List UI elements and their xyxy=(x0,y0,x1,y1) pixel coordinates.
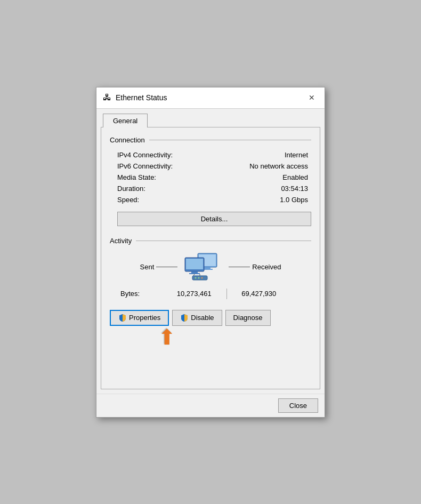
shield-icon xyxy=(118,314,127,322)
connection-table: IPv4 Connectivity: Internet IPv6 Connect… xyxy=(110,149,311,205)
media-state-label: Media State: xyxy=(110,172,221,183)
ipv6-label: IPv6 Connectivity: xyxy=(110,161,221,172)
svg-point-10 xyxy=(198,277,200,278)
sent-label: Sent xyxy=(140,263,155,271)
sent-line xyxy=(156,267,177,267)
activity-section: Activity Sent xyxy=(110,237,311,301)
close-window-button[interactable]: ✕ xyxy=(305,91,318,104)
received-line xyxy=(229,267,250,267)
close-button[interactable]: Close xyxy=(278,398,318,413)
table-row: IPv6 Connectivity: No network access xyxy=(110,161,311,172)
bytes-row: Bytes: 10,273,461 69,427,930 xyxy=(110,289,311,299)
network-icon: 🖧 xyxy=(103,93,111,102)
svg-rect-8 xyxy=(192,276,207,280)
speed-value: 1.0 Gbps xyxy=(221,194,311,205)
diagnose-label: Diagnose xyxy=(233,314,263,322)
ipv4-label: IPv4 Connectivity: xyxy=(110,149,221,161)
activity-section-header: Activity xyxy=(110,237,311,245)
diagnose-button[interactable]: Diagnose xyxy=(225,310,271,326)
svg-rect-5 xyxy=(186,259,203,269)
arrow-icon: ⬇ xyxy=(158,326,176,347)
bytes-sent-value: 10,273,461 xyxy=(166,290,222,298)
activity-divider xyxy=(136,241,311,241)
details-button[interactable]: Details... xyxy=(117,212,311,226)
speed-label: Speed: xyxy=(110,194,221,205)
arrow-indicator: ⬇ xyxy=(110,326,311,347)
table-row: Duration: 03:54:13 xyxy=(110,183,311,194)
connection-label: Connection xyxy=(110,136,145,144)
table-row: IPv4 Connectivity: Internet xyxy=(110,149,311,161)
action-buttons: Properties Disable Diagnose xyxy=(110,310,311,328)
bytes-received-value: 69,427,930 xyxy=(231,290,287,298)
properties-label: Properties xyxy=(129,314,160,322)
computer-network-icon xyxy=(182,251,224,283)
ipv6-value: No network access xyxy=(221,161,311,172)
svg-point-9 xyxy=(195,277,197,278)
activity-visual: Sent xyxy=(110,251,311,283)
tab-bar: General xyxy=(96,109,325,127)
shield-icon-disable xyxy=(180,314,189,322)
connection-section-header: Connection xyxy=(110,136,311,144)
duration-value: 03:54:13 xyxy=(221,183,311,194)
disable-button[interactable]: Disable xyxy=(172,310,222,326)
ipv4-value: Internet xyxy=(221,149,311,161)
dialog-title: Ethernet Status xyxy=(116,93,167,102)
properties-button[interactable]: Properties xyxy=(110,310,169,326)
tab-general[interactable]: General xyxy=(103,114,148,127)
content-area: Connection IPv4 Connectivity: Internet I… xyxy=(101,127,320,389)
bytes-divider xyxy=(226,289,227,299)
disable-label: Disable xyxy=(191,314,214,322)
media-state-value: Enabled xyxy=(221,172,311,183)
dialog-footer: Close xyxy=(96,394,325,417)
svg-point-11 xyxy=(201,277,203,278)
svg-rect-7 xyxy=(189,273,200,274)
bytes-label: Bytes: xyxy=(113,290,145,298)
table-row: Media State: Enabled xyxy=(110,172,311,183)
connection-divider xyxy=(149,140,311,140)
received-label: Received xyxy=(252,263,281,271)
table-row: Speed: 1.0 Gbps xyxy=(110,194,311,205)
activity-label: Activity xyxy=(110,237,132,245)
duration-label: Duration: xyxy=(110,183,221,194)
title-bar: 🖧 Ethernet Status ✕ xyxy=(96,87,325,109)
